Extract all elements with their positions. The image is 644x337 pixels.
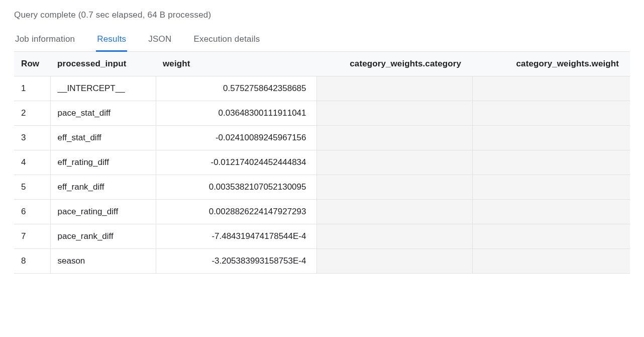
table-row: 1__INTERCEPT__0.5752758642358685 <box>14 76 630 101</box>
cell-category-weights-weight <box>472 200 630 224</box>
cell-row-number: 2 <box>14 101 50 126</box>
cell-processed-input: __INTERCEPT__ <box>50 76 156 101</box>
tab-execution-details[interactable]: Execution details <box>192 29 261 51</box>
table-row: 3eff_stat_diff-0.02410089245967156 <box>14 126 630 150</box>
cell-row-number: 6 <box>14 200 50 224</box>
cell-processed-input: season <box>50 249 156 274</box>
cell-row-number: 3 <box>14 126 50 150</box>
cell-weight: -0.02410089245967156 <box>156 126 316 150</box>
table-header-row: Row processed_input weight category_weig… <box>14 52 630 76</box>
table-row: 6pace_rating_diff0.0028826224147927293 <box>14 200 630 224</box>
cell-category-weights-category <box>316 200 472 224</box>
col-row: Row <box>14 52 50 76</box>
cell-row-number: 4 <box>14 150 50 175</box>
cell-processed-input: eff_stat_diff <box>50 126 156 150</box>
results-tabs: Job information Results JSON Execution d… <box>14 29 630 51</box>
results-table: Row processed_input weight category_weig… <box>14 52 630 273</box>
cell-category-weights-weight <box>472 249 630 274</box>
cell-category-weights-weight <box>472 175 630 200</box>
col-category-weights-category: category_weights.category <box>316 52 472 76</box>
cell-category-weights-category <box>316 101 472 126</box>
cell-weight: 0.0035382107052130095 <box>156 175 316 200</box>
cell-weight: 0.03648300111911041 <box>156 101 316 126</box>
table-row: 7pace_rank_diff-7.484319474178544E-4 <box>14 224 630 249</box>
query-status: Query complete (0.7 sec elapsed, 64 B pr… <box>14 10 630 20</box>
cell-category-weights-category <box>316 76 472 101</box>
tab-job-information[interactable]: Job information <box>14 29 76 51</box>
cell-category-weights-weight <box>472 126 630 150</box>
table-row: 2pace_stat_diff0.03648300111911041 <box>14 101 630 126</box>
cell-weight: -3.205383993158753E-4 <box>156 249 316 274</box>
cell-category-weights-weight <box>472 76 630 101</box>
cell-weight: 0.0028826224147927293 <box>156 200 316 224</box>
cell-category-weights-category <box>316 249 472 274</box>
tab-results[interactable]: Results <box>96 29 127 51</box>
cell-row-number: 1 <box>14 76 50 101</box>
cell-category-weights-category <box>316 150 472 175</box>
tab-json[interactable]: JSON <box>147 29 172 51</box>
cell-category-weights-weight <box>472 224 630 249</box>
table-row: 4eff_rating_diff-0.012174024452444834 <box>14 150 630 175</box>
cell-processed-input: pace_rank_diff <box>50 224 156 249</box>
cell-processed-input: eff_rating_diff <box>50 150 156 175</box>
cell-weight: 0.5752758642358685 <box>156 76 316 101</box>
cell-category-weights-category <box>316 224 472 249</box>
col-processed-input: processed_input <box>50 52 156 76</box>
col-weight: weight <box>156 52 316 76</box>
cell-processed-input: eff_rank_diff <box>50 175 156 200</box>
cell-row-number: 8 <box>14 249 50 274</box>
cell-processed-input: pace_stat_diff <box>50 101 156 126</box>
cell-weight: -0.012174024452444834 <box>156 150 316 175</box>
table-row: 8season-3.205383993158753E-4 <box>14 249 630 274</box>
cell-row-number: 5 <box>14 175 50 200</box>
cell-category-weights-weight <box>472 101 630 126</box>
table-row: 5eff_rank_diff0.0035382107052130095 <box>14 175 630 200</box>
cell-processed-input: pace_rating_diff <box>50 200 156 224</box>
cell-category-weights-category <box>316 126 472 150</box>
results-table-wrap: Row processed_input weight category_weig… <box>14 51 630 274</box>
col-category-weights-weight: category_weights.weight <box>472 52 630 76</box>
cell-row-number: 7 <box>14 224 50 249</box>
cell-category-weights-category <box>316 175 472 200</box>
cell-category-weights-weight <box>472 150 630 175</box>
cell-weight: -7.484319474178544E-4 <box>156 224 316 249</box>
